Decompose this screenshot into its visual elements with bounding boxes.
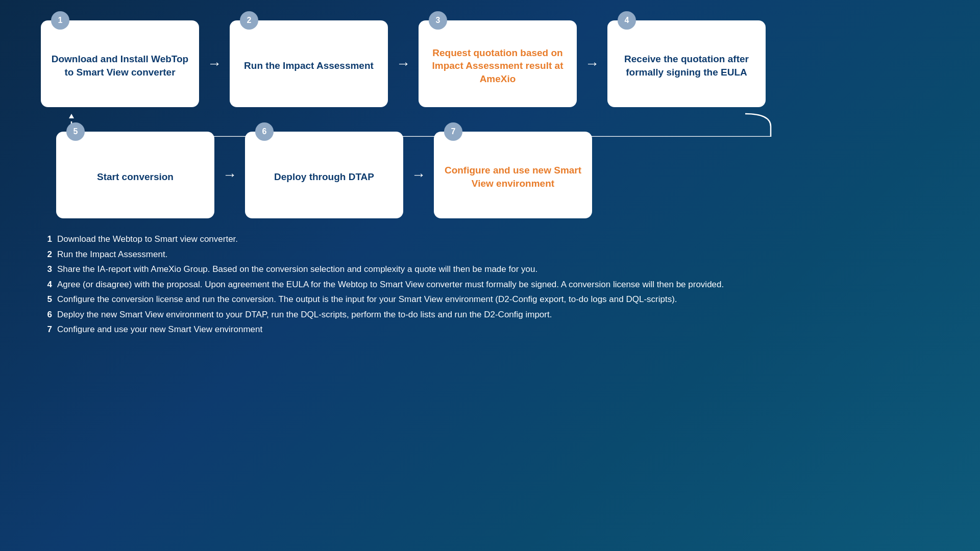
- desc-number-3: 3: [41, 263, 52, 276]
- desc-item-1: 1Download the Webtop to Smart view conve…: [41, 233, 939, 246]
- desc-item-7: 7Configure and use your new Smart View e…: [41, 323, 939, 336]
- arrow-2-to-3: →: [388, 56, 419, 72]
- step-card-6: 6Deploy through DTAP: [245, 132, 403, 218]
- arrow-6-to-7: →: [403, 167, 434, 183]
- step-text-6: Deploy through DTAP: [274, 170, 374, 184]
- desc-text-4: Agree (or disagree) with the proposal. U…: [57, 278, 724, 291]
- flow-row-2: 5Start conversion→6Deploy through DTAP→7…: [56, 132, 939, 218]
- desc-text-6: Deploy the new Smart View environment to…: [57, 308, 552, 321]
- arrow-5-to-6: →: [214, 167, 245, 183]
- step-text-7: Configure and use new Smart View environ…: [444, 164, 582, 190]
- step-wrapper-2: 2Run the Impact Assessment→: [230, 20, 419, 107]
- desc-number-6: 6: [41, 308, 52, 321]
- desc-text-3: Share the IA-report with AmeXio Group. B…: [57, 263, 537, 276]
- step-text-2: Run the Impact Assessment: [244, 59, 374, 72]
- desc-text-7: Configure and use your new Smart View en…: [57, 323, 262, 336]
- desc-number-1: 1: [41, 233, 52, 246]
- desc-text-1: Download the Webtop to Smart view conver…: [57, 233, 238, 246]
- step-number-2: 2: [240, 11, 258, 30]
- step-number-6: 6: [255, 122, 274, 141]
- desc-number-5: 5: [41, 293, 52, 306]
- flow-section: 1Download and Install WebTop to Smart Vi…: [41, 20, 939, 218]
- step-text-4: Receive the quotation after formally sig…: [618, 53, 755, 79]
- step-card-2: 2Run the Impact Assessment: [230, 20, 388, 107]
- step-card-5: 5Start conversion: [56, 132, 214, 218]
- arrow-3-to-4: →: [577, 56, 607, 72]
- step-number-1: 1: [51, 11, 69, 30]
- step-wrapper-3: 3Request quotation based on Impact Asses…: [419, 20, 607, 107]
- desc-item-6: 6Deploy the new Smart View environment t…: [41, 308, 939, 321]
- step-text-5: Start conversion: [97, 170, 174, 184]
- step-text-3: Request quotation based on Impact Assess…: [429, 46, 567, 86]
- flow-row-1: 1Download and Install WebTop to Smart Vi…: [41, 20, 939, 107]
- step-card-3: 3Request quotation based on Impact Asses…: [419, 20, 577, 107]
- arrow-1-to-2: →: [199, 56, 230, 72]
- desc-item-5: 5Configure the conversion license and ru…: [41, 293, 939, 306]
- step-wrapper-4: 4Receive the quotation after formally si…: [607, 20, 766, 107]
- step-number-3: 3: [429, 11, 447, 30]
- svg-marker-0: [69, 114, 74, 118]
- description-section: 1Download the Webtop to Smart view conve…: [41, 233, 939, 336]
- step-number-4: 4: [618, 11, 636, 30]
- step-wrapper-6: 6Deploy through DTAP→: [245, 132, 434, 218]
- desc-text-5: Configure the conversion license and run…: [57, 293, 677, 306]
- step-text-1: Download and Install WebTop to Smart Vie…: [51, 53, 189, 79]
- desc-number-7: 7: [41, 323, 52, 336]
- desc-text-2: Run the Impact Assessment.: [57, 248, 167, 261]
- step-card-1: 1Download and Install WebTop to Smart Vi…: [41, 20, 199, 107]
- connector-row: [41, 111, 939, 132]
- desc-item-4: 4Agree (or disagree) with the proposal. …: [41, 278, 939, 291]
- step-card-7: 7Configure and use new Smart View enviro…: [434, 132, 592, 218]
- step-wrapper-5: 5Start conversion→: [56, 132, 245, 218]
- desc-item-2: 2Run the Impact Assessment.: [41, 248, 939, 261]
- desc-number-4: 4: [41, 278, 52, 291]
- step-wrapper-1: 1Download and Install WebTop to Smart Vi…: [41, 20, 230, 107]
- step-card-4: 4Receive the quotation after formally si…: [607, 20, 766, 107]
- step-number-7: 7: [444, 122, 462, 141]
- step-number-5: 5: [66, 122, 85, 141]
- desc-number-2: 2: [41, 248, 52, 261]
- desc-item-3: 3Share the IA-report with AmeXio Group. …: [41, 263, 939, 276]
- step-wrapper-7: 7Configure and use new Smart View enviro…: [434, 132, 592, 218]
